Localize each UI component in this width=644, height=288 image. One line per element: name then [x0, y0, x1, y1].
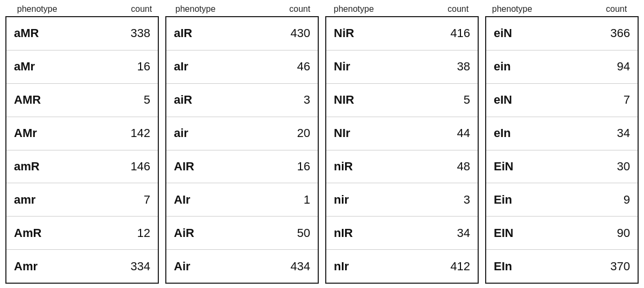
phenotype-cell: EIN — [494, 226, 526, 240]
count-cell: 146 — [129, 160, 150, 174]
count-cell: 94 — [609, 60, 630, 74]
count-cell: 142 — [129, 126, 150, 140]
count-cell: 46 — [289, 60, 310, 74]
phenotype-cell: aIr — [174, 60, 206, 74]
count-cell: 9 — [609, 193, 630, 207]
table4-header: phenotype count — [487, 4, 632, 14]
count-cell: 1 — [289, 193, 310, 207]
table-row: Air434 — [166, 250, 318, 283]
phenotype-cell: EiN — [494, 160, 526, 174]
phenotype-cell: AMr — [14, 126, 46, 140]
table-row: EiN30 — [486, 150, 638, 184]
tables-container: aMR338aMr16AMR5AMr142amR146amr7AmR12Amr3… — [5, 16, 639, 284]
count-cell: 338 — [129, 26, 150, 40]
count-label-3: count — [448, 4, 469, 14]
table-row: nIR34 — [326, 217, 478, 250]
table-row: aIR430 — [166, 17, 318, 51]
table-row: Ein9 — [486, 183, 638, 217]
phenotype-cell: nir — [334, 193, 366, 207]
count-cell: 3 — [449, 193, 470, 207]
table-row: NIr44 — [326, 117, 478, 150]
count-label-2: count — [289, 4, 310, 14]
page-header: phenotype count phenotype count phenotyp… — [5, 4, 639, 14]
count-cell: 16 — [129, 60, 150, 74]
table-row: eIn34 — [486, 117, 638, 150]
count-cell: 30 — [609, 160, 630, 174]
phenotype-cell: Amr — [14, 260, 46, 273]
count-cell: 7 — [129, 193, 150, 207]
phenotype-cell: AMR — [14, 93, 46, 107]
phenotype-cell: AIr — [174, 193, 206, 207]
table-row: AiR50 — [166, 217, 318, 250]
table-row: AIR16 — [166, 150, 318, 184]
table-row: EIn370 — [486, 250, 638, 283]
table2-header: phenotype count — [170, 4, 316, 14]
table-row: AMr142 — [6, 117, 158, 150]
data-table-3: NiR416Nir38NIR5NIr44niR48nir3nIR34nIr412 — [325, 16, 479, 284]
phenotype-cell: aMr — [14, 60, 46, 74]
table-row: amR146 — [6, 150, 158, 184]
table-row: aIr46 — [166, 51, 318, 84]
table-row: Amr334 — [6, 250, 158, 283]
table-row: ein94 — [486, 51, 638, 84]
phenotype-cell: NiR — [334, 26, 366, 40]
phenotype-cell: aIR — [174, 26, 206, 40]
table-row: AMR5 — [6, 84, 158, 117]
phenotype-cell: NIr — [334, 126, 366, 140]
count-cell: 5 — [449, 93, 470, 107]
table-row: Nir38 — [326, 51, 478, 84]
table-row: nir3 — [326, 183, 478, 217]
count-cell: 412 — [449, 260, 470, 273]
table-row: amr7 — [6, 183, 158, 217]
count-cell: 5 — [129, 93, 150, 107]
count-cell: 16 — [289, 160, 310, 174]
count-cell: 44 — [449, 126, 470, 140]
count-cell: 366 — [609, 26, 630, 40]
phenotype-cell: AIR — [174, 160, 206, 174]
table-row: AmR12 — [6, 217, 158, 250]
table-row: nIr412 — [326, 250, 478, 283]
phenotype-label-3: phenotype — [334, 4, 374, 14]
phenotype-cell: AmR — [14, 226, 46, 240]
phenotype-cell: amR — [14, 160, 46, 174]
phenotype-cell: eiN — [494, 26, 526, 40]
table-row: NIR5 — [326, 84, 478, 117]
phenotype-cell: ein — [494, 60, 526, 74]
data-table-1: aMR338aMr16AMR5AMr142amR146amr7AmR12Amr3… — [5, 16, 159, 284]
phenotype-cell: nIr — [334, 260, 366, 273]
count-cell: 12 — [129, 226, 150, 240]
count-cell: 370 — [609, 260, 630, 273]
table-row: AIr1 — [166, 183, 318, 217]
table-row: eiN366 — [486, 17, 638, 51]
count-label-1: count — [131, 4, 152, 14]
phenotype-label-1: phenotype — [17, 4, 57, 14]
table-row: aMr16 — [6, 51, 158, 84]
table-row: NiR416 — [326, 17, 478, 51]
table-row: aMR338 — [6, 17, 158, 51]
table-row: aiR3 — [166, 84, 318, 117]
phenotype-cell: niR — [334, 160, 366, 174]
table-row: niR48 — [326, 150, 478, 184]
count-cell: 48 — [449, 160, 470, 174]
phenotype-label-2: phenotype — [175, 4, 216, 14]
count-cell: 430 — [289, 26, 310, 40]
phenotype-cell: AiR — [174, 226, 206, 240]
phenotype-cell: Nir — [334, 60, 366, 74]
phenotype-cell: aiR — [174, 93, 206, 107]
table1-header: phenotype count — [12, 4, 157, 14]
table-row: EIN90 — [486, 217, 638, 250]
count-cell: 416 — [449, 26, 470, 40]
phenotype-cell: amr — [14, 193, 46, 207]
table-row: air20 — [166, 117, 318, 150]
table-row: eIN7 — [486, 84, 638, 117]
phenotype-cell: Air — [174, 260, 206, 273]
table3-header: phenotype count — [328, 4, 474, 14]
phenotype-cell: Ein — [494, 193, 526, 207]
data-table-2: aIR430aIr46aiR3air20AIR16AIr1AiR50Air434 — [165, 16, 319, 284]
count-cell: 7 — [609, 93, 630, 107]
count-cell: 334 — [129, 260, 150, 273]
phenotype-cell: air — [174, 126, 206, 140]
count-cell: 38 — [449, 60, 470, 74]
count-cell: 434 — [289, 260, 310, 273]
phenotype-cell: aMR — [14, 26, 46, 40]
